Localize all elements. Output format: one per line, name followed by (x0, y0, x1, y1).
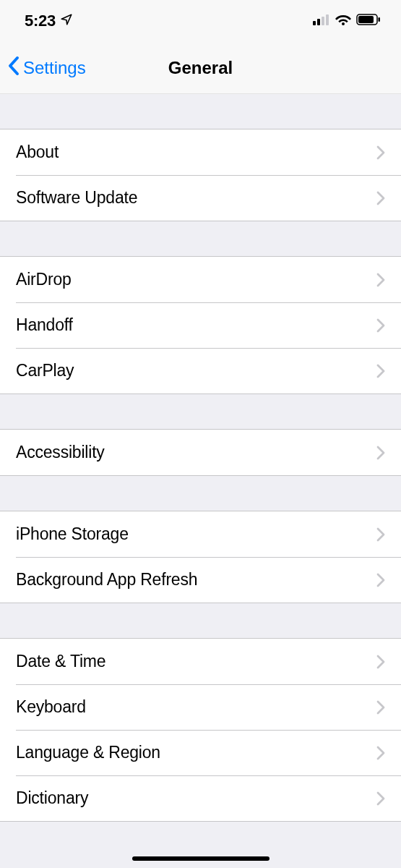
status-left: 5:23 (25, 12, 73, 30)
row-label: AirDrop (16, 270, 72, 289)
row-label: Handoff (16, 315, 73, 335)
row-label: Language & Region (16, 743, 160, 762)
chevron-right-icon (376, 791, 385, 806)
svg-rect-0 (313, 21, 316, 25)
row-label: About (16, 142, 59, 162)
svg-point-4 (342, 22, 345, 25)
chevron-left-icon (7, 56, 20, 80)
settings-group: AboutSoftware Update (0, 129, 401, 221)
svg-rect-3 (326, 14, 329, 25)
svg-rect-6 (358, 16, 374, 23)
row-language-region[interactable]: Language & Region (0, 730, 401, 775)
row-accessibility[interactable]: Accessibility (0, 430, 401, 475)
chevron-right-icon (376, 273, 385, 287)
row-label: Keyboard (16, 697, 86, 717)
group-spacer (0, 476, 401, 511)
row-keyboard[interactable]: Keyboard (0, 684, 401, 730)
row-label: iPhone Storage (16, 524, 129, 544)
chevron-right-icon (376, 573, 385, 587)
back-button[interactable]: Settings (0, 56, 86, 80)
chevron-right-icon (376, 527, 385, 542)
svg-rect-7 (379, 17, 381, 22)
row-handoff[interactable]: Handoff (0, 302, 401, 348)
row-date-time[interactable]: Date & Time (0, 639, 401, 684)
row-iphone-storage[interactable]: iPhone Storage (0, 511, 401, 557)
chevron-right-icon (376, 446, 385, 460)
content[interactable]: AboutSoftware UpdateAirDropHandoffCarPla… (0, 94, 401, 868)
chevron-right-icon (376, 145, 385, 160)
row-airdrop[interactable]: AirDrop (0, 257, 401, 302)
row-label: CarPlay (16, 361, 74, 380)
svg-rect-2 (322, 17, 324, 25)
chevron-right-icon (376, 655, 385, 669)
nav-bar: Settings General (0, 42, 401, 94)
chevron-right-icon (376, 746, 385, 760)
group-spacer (0, 94, 401, 129)
back-label: Settings (23, 58, 86, 78)
row-background-app-refresh[interactable]: Background App Refresh (0, 557, 401, 603)
row-carplay[interactable]: CarPlay (0, 348, 401, 393)
svg-rect-1 (317, 19, 320, 25)
battery-icon (356, 14, 381, 28)
row-label: Date & Time (16, 652, 105, 671)
location-icon (60, 12, 73, 30)
row-about[interactable]: About (0, 129, 401, 175)
row-label: Dictionary (16, 788, 88, 808)
chevron-right-icon (376, 318, 385, 333)
status-bar: 5:23 (0, 0, 401, 42)
chevron-right-icon (376, 191, 385, 205)
screen: 5:23 (0, 0, 401, 868)
settings-group: Accessibility (0, 429, 401, 476)
group-spacer (0, 221, 401, 256)
row-label: Software Update (16, 188, 137, 208)
status-right (313, 14, 381, 28)
status-time: 5:23 (25, 12, 56, 30)
settings-group: iPhone StorageBackground App Refresh (0, 511, 401, 603)
chevron-right-icon (376, 700, 385, 715)
row-software-update[interactable]: Software Update (0, 175, 401, 221)
group-spacer (0, 394, 401, 429)
settings-group: AirDropHandoffCarPlay (0, 256, 401, 394)
wifi-icon (335, 14, 351, 28)
row-label: Background App Refresh (16, 570, 197, 590)
chevron-right-icon (376, 364, 385, 378)
row-dictionary[interactable]: Dictionary (0, 775, 401, 821)
settings-group: Date & TimeKeyboardLanguage & RegionDict… (0, 638, 401, 822)
group-spacer (0, 603, 401, 638)
row-label: Accessibility (16, 443, 105, 462)
cellular-icon (313, 14, 330, 28)
home-indicator[interactable] (132, 856, 270, 861)
